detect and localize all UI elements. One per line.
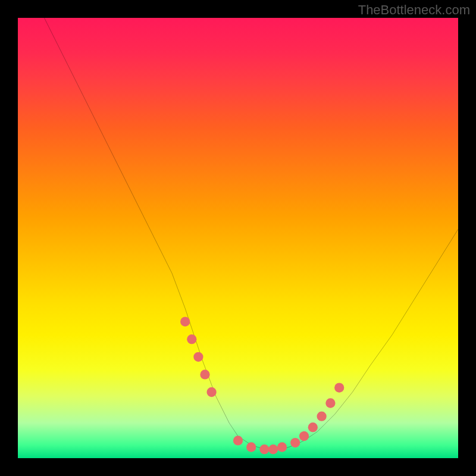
marker-dot — [193, 352, 203, 362]
watermark-text: TheBottleneck.com — [358, 2, 470, 18]
marker-dot — [259, 444, 269, 454]
marker-dot — [299, 431, 309, 441]
marker-dot — [268, 444, 278, 454]
marker-dots — [180, 317, 344, 454]
marker-dot — [246, 442, 256, 452]
marker-dot — [290, 438, 300, 447]
marker-dot — [308, 422, 318, 432]
marker-dot — [317, 412, 326, 421]
chart-svg — [18, 18, 458, 458]
bottleneck-curve — [44, 18, 458, 449]
marker-dot — [206, 387, 216, 397]
marker-dot — [187, 334, 196, 344]
marker-dot — [233, 436, 243, 445]
curve-layer — [44, 18, 458, 449]
marker-dot — [200, 369, 209, 379]
marker-dot — [277, 442, 287, 452]
marker-dot — [180, 317, 190, 326]
marker-dot — [325, 398, 335, 408]
marker-dot — [334, 383, 344, 392]
plot-area — [18, 18, 458, 458]
